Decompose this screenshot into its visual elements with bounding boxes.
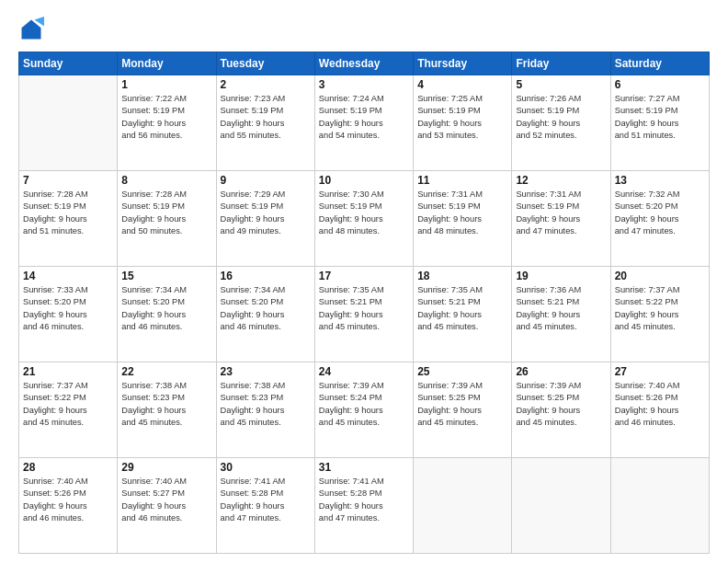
calendar-week-row: 14Sunrise: 7:33 AMSunset: 5:20 PMDayligh… <box>19 267 710 362</box>
day-number: 30 <box>221 461 311 474</box>
calendar-day-cell: 27Sunrise: 7:40 AMSunset: 5:26 PMDayligh… <box>610 362 709 458</box>
calendar-day-cell: 24Sunrise: 7:39 AMSunset: 5:24 PMDayligh… <box>314 362 413 458</box>
day-info: Sunrise: 7:37 AMSunset: 5:22 PMDaylight:… <box>615 284 705 334</box>
header <box>18 17 710 42</box>
day-info: Sunrise: 7:34 AMSunset: 5:20 PMDaylight:… <box>121 284 211 334</box>
day-info: Sunrise: 7:28 AMSunset: 5:19 PMDaylight:… <box>23 189 113 238</box>
calendar-day-cell: 6Sunrise: 7:27 AMSunset: 5:19 PMDaylight… <box>610 75 709 171</box>
day-info: Sunrise: 7:38 AMSunset: 5:23 PMDaylight:… <box>121 380 211 430</box>
day-info: Sunrise: 7:37 AMSunset: 5:22 PMDaylight:… <box>23 380 113 430</box>
calendar-day-cell: 30Sunrise: 7:41 AMSunset: 5:28 PMDayligh… <box>216 458 314 554</box>
day-info: Sunrise: 7:40 AMSunset: 5:27 PMDaylight:… <box>121 476 211 525</box>
day-info: Sunrise: 7:34 AMSunset: 5:20 PMDaylight:… <box>221 284 311 334</box>
calendar-day-cell: 14Sunrise: 7:33 AMSunset: 5:20 PMDayligh… <box>19 267 118 362</box>
day-info: Sunrise: 7:26 AMSunset: 5:19 PMDaylight:… <box>516 93 606 143</box>
day-info: Sunrise: 7:27 AMSunset: 5:19 PMDaylight:… <box>615 93 705 143</box>
calendar-week-row: 1Sunrise: 7:22 AMSunset: 5:19 PMDaylight… <box>19 75 710 171</box>
day-number: 28 <box>23 461 113 474</box>
calendar-day-header: Friday <box>512 52 610 75</box>
calendar-day-cell: 7Sunrise: 7:28 AMSunset: 5:19 PMDaylight… <box>19 171 118 267</box>
day-number: 13 <box>615 174 705 187</box>
day-number: 6 <box>615 78 705 91</box>
day-number: 25 <box>417 365 507 378</box>
calendar-day-header: Wednesday <box>314 52 413 75</box>
calendar-day-header: Thursday <box>414 52 512 75</box>
calendar-day-cell: 16Sunrise: 7:34 AMSunset: 5:20 PMDayligh… <box>216 267 314 362</box>
day-number: 9 <box>221 174 311 187</box>
calendar-day-cell: 12Sunrise: 7:31 AMSunset: 5:19 PMDayligh… <box>512 171 610 267</box>
calendar-week-row: 28Sunrise: 7:40 AMSunset: 5:26 PMDayligh… <box>19 458 710 554</box>
day-number: 12 <box>516 174 606 187</box>
calendar-day-cell <box>414 458 512 554</box>
day-number: 5 <box>516 78 606 91</box>
calendar-day-cell: 29Sunrise: 7:40 AMSunset: 5:27 PMDayligh… <box>118 458 216 554</box>
calendar-day-cell: 23Sunrise: 7:38 AMSunset: 5:23 PMDayligh… <box>216 362 314 458</box>
calendar-day-header: Sunday <box>19 52 118 75</box>
day-info: Sunrise: 7:41 AMSunset: 5:28 PMDaylight:… <box>319 476 409 525</box>
day-info: Sunrise: 7:40 AMSunset: 5:26 PMDaylight:… <box>23 476 113 525</box>
day-number: 7 <box>23 174 113 187</box>
day-number: 4 <box>417 78 507 91</box>
day-number: 31 <box>319 461 409 474</box>
calendar-day-cell: 2Sunrise: 7:23 AMSunset: 5:19 PMDaylight… <box>216 75 314 171</box>
calendar-day-cell: 26Sunrise: 7:39 AMSunset: 5:25 PMDayligh… <box>512 362 610 458</box>
calendar-day-cell: 19Sunrise: 7:36 AMSunset: 5:21 PMDayligh… <box>512 267 610 362</box>
day-info: Sunrise: 7:40 AMSunset: 5:26 PMDaylight:… <box>615 380 705 430</box>
day-info: Sunrise: 7:39 AMSunset: 5:24 PMDaylight:… <box>319 380 409 430</box>
day-info: Sunrise: 7:38 AMSunset: 5:23 PMDaylight:… <box>221 380 311 430</box>
calendar-header-row: SundayMondayTuesdayWednesdayThursdayFrid… <box>19 52 710 75</box>
day-info: Sunrise: 7:31 AMSunset: 5:19 PMDaylight:… <box>417 189 507 238</box>
page: SundayMondayTuesdayWednesdayThursdayFrid… <box>0 0 728 563</box>
day-number: 3 <box>319 78 409 91</box>
calendar-day-cell: 9Sunrise: 7:29 AMSunset: 5:19 PMDaylight… <box>216 171 314 267</box>
day-number: 29 <box>121 461 211 474</box>
calendar-day-cell: 18Sunrise: 7:35 AMSunset: 5:21 PMDayligh… <box>414 267 512 362</box>
calendar-table: SundayMondayTuesdayWednesdayThursdayFrid… <box>18 52 710 554</box>
day-info: Sunrise: 7:35 AMSunset: 5:21 PMDaylight:… <box>319 284 409 334</box>
calendar-week-row: 7Sunrise: 7:28 AMSunset: 5:19 PMDaylight… <box>19 171 710 267</box>
logo-icon <box>18 17 44 42</box>
calendar-day-cell <box>610 458 709 554</box>
calendar-day-cell: 5Sunrise: 7:26 AMSunset: 5:19 PMDaylight… <box>512 75 610 171</box>
calendar-day-cell: 20Sunrise: 7:37 AMSunset: 5:22 PMDayligh… <box>610 267 709 362</box>
day-number: 8 <box>121 174 211 187</box>
day-number: 22 <box>121 365 211 378</box>
day-number: 23 <box>221 365 311 378</box>
day-info: Sunrise: 7:39 AMSunset: 5:25 PMDaylight:… <box>417 380 507 430</box>
day-info: Sunrise: 7:31 AMSunset: 5:19 PMDaylight:… <box>516 189 606 238</box>
day-number: 20 <box>615 270 705 282</box>
calendar-day-cell <box>512 458 610 554</box>
calendar-day-cell <box>19 75 118 171</box>
calendar-day-cell: 28Sunrise: 7:40 AMSunset: 5:26 PMDayligh… <box>19 458 118 554</box>
day-number: 1 <box>121 78 211 91</box>
calendar-day-cell: 21Sunrise: 7:37 AMSunset: 5:22 PMDayligh… <box>19 362 118 458</box>
calendar-week-row: 21Sunrise: 7:37 AMSunset: 5:22 PMDayligh… <box>19 362 710 458</box>
calendar-day-cell: 13Sunrise: 7:32 AMSunset: 5:20 PMDayligh… <box>610 171 709 267</box>
day-info: Sunrise: 7:39 AMSunset: 5:25 PMDaylight:… <box>516 380 606 430</box>
day-info: Sunrise: 7:29 AMSunset: 5:19 PMDaylight:… <box>221 189 311 238</box>
day-info: Sunrise: 7:35 AMSunset: 5:21 PMDaylight:… <box>417 284 507 334</box>
calendar-day-cell: 31Sunrise: 7:41 AMSunset: 5:28 PMDayligh… <box>314 458 413 554</box>
day-number: 11 <box>417 174 507 187</box>
calendar-day-cell: 4Sunrise: 7:25 AMSunset: 5:19 PMDaylight… <box>414 75 512 171</box>
day-number: 27 <box>615 365 705 378</box>
day-info: Sunrise: 7:24 AMSunset: 5:19 PMDaylight:… <box>319 93 409 143</box>
calendar-day-cell: 25Sunrise: 7:39 AMSunset: 5:25 PMDayligh… <box>414 362 512 458</box>
svg-marker-0 <box>22 20 41 40</box>
calendar-day-cell: 1Sunrise: 7:22 AMSunset: 5:19 PMDaylight… <box>118 75 216 171</box>
calendar-day-cell: 3Sunrise: 7:24 AMSunset: 5:19 PMDaylight… <box>314 75 413 171</box>
day-number: 2 <box>221 78 311 91</box>
day-number: 14 <box>23 270 113 282</box>
logo <box>18 17 48 42</box>
day-number: 26 <box>516 365 606 378</box>
calendar-day-header: Monday <box>118 52 216 75</box>
day-number: 21 <box>23 365 113 378</box>
calendar-day-cell: 11Sunrise: 7:31 AMSunset: 5:19 PMDayligh… <box>414 171 512 267</box>
calendar-day-cell: 22Sunrise: 7:38 AMSunset: 5:23 PMDayligh… <box>118 362 216 458</box>
day-info: Sunrise: 7:25 AMSunset: 5:19 PMDaylight:… <box>417 93 507 143</box>
day-number: 17 <box>319 270 409 282</box>
day-info: Sunrise: 7:33 AMSunset: 5:20 PMDaylight:… <box>23 284 113 334</box>
day-info: Sunrise: 7:41 AMSunset: 5:28 PMDaylight:… <box>221 476 311 525</box>
day-info: Sunrise: 7:22 AMSunset: 5:19 PMDaylight:… <box>121 93 211 143</box>
day-info: Sunrise: 7:32 AMSunset: 5:20 PMDaylight:… <box>615 189 705 238</box>
